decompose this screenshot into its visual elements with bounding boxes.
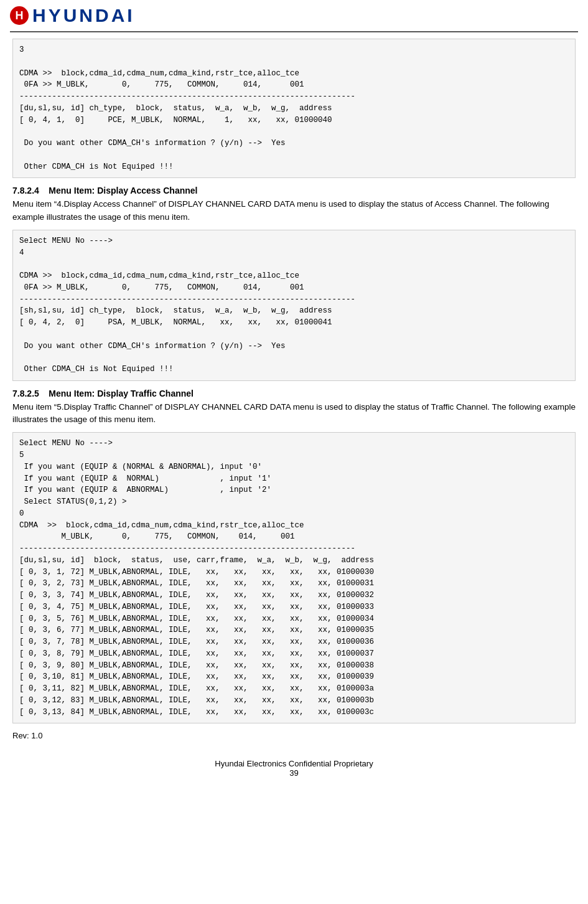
footer: Hyundai Electronics Confidential Proprie…	[0, 759, 588, 784]
code-block-3: Select MENU No ----> 5 If you want (EQUI…	[12, 432, 576, 723]
header: H HYUNDAI	[0, 0, 588, 32]
logo-text: HYUNDAI	[32, 5, 135, 26]
code-block-1: 3 CDMA >> block,cdma_id,cdma_num,cdma_ki…	[12, 39, 576, 178]
section-heading-7824: 7.8.2.4 Menu Item: Display Access Channe…	[12, 186, 576, 195]
company-name: Hyundai Electronics Confidential Proprie…	[0, 759, 588, 768]
section-7824: 7.8.2.4 Menu Item: Display Access Channe…	[12, 186, 576, 381]
page-number: 39	[0, 768, 588, 778]
section-body-7824: Menu item “4.Display Access Channel” of …	[12, 198, 576, 224]
main-content: 3 CDMA >> block,cdma_id,cdma_num,cdma_ki…	[0, 32, 588, 753]
section-7825: 7.8.2.5 Menu Item: Display Traffic Chann…	[12, 388, 576, 724]
section-body-7825: Menu item “5.Display Traffic Channel” of…	[12, 401, 576, 426]
section-heading-7825: 7.8.2.5 Menu Item: Display Traffic Chann…	[12, 388, 576, 398]
code-block-2: Select MENU No ----> 4 CDMA >> block,cdm…	[12, 230, 576, 381]
rev-line: Rev: 1.0	[12, 731, 576, 740]
